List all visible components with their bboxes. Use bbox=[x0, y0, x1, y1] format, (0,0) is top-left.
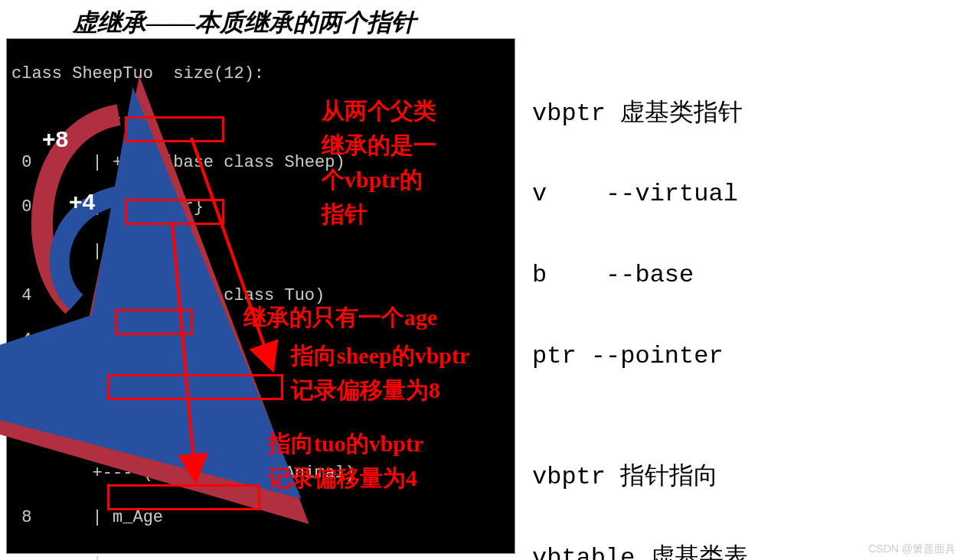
right-explanation: vbptr 虚基类指针 v --virtual b --base ptr --p… bbox=[532, 54, 748, 560]
anno-sheep-vbptr-2: 记录偏移量为8 bbox=[291, 375, 440, 405]
box-vbtable-sheep bbox=[107, 374, 283, 400]
page-title: 虚继承——本质继承的两个指针 bbox=[73, 6, 416, 40]
box-vbtable-tuo bbox=[107, 484, 260, 510]
term-line: class SheepTuo size(12): bbox=[11, 60, 510, 88]
box-vbptr-sheep bbox=[125, 116, 224, 142]
note-line: v --virtual bbox=[532, 174, 748, 215]
anno-tuo-vbptr-2: 记录偏移量为4 bbox=[268, 463, 417, 493]
box-m-age bbox=[115, 309, 193, 335]
box-vbptr-tuo bbox=[125, 199, 224, 225]
offset-plus8: +8 bbox=[42, 126, 68, 152]
watermark: CSDN @箫遥面具 bbox=[868, 542, 956, 556]
anno-two-parents-2: 继承的是一 bbox=[322, 130, 436, 160]
anno-two-parents-3: 个vbptr的 bbox=[322, 164, 423, 194]
anno-two-parents-4: 指针 bbox=[322, 199, 368, 229]
term-line: 8 | m_Age bbox=[11, 504, 510, 532]
note-line: ptr --pointer bbox=[532, 337, 748, 377]
terminal: class SheepTuo size(12): +--- 0 | +--- (… bbox=[6, 38, 515, 554]
anno-two-parents-1: 从两个父类 bbox=[322, 96, 436, 125]
offset-plus4: +4 bbox=[69, 189, 95, 215]
anno-one-age: 继承的只有一个age bbox=[243, 302, 437, 332]
note-line: b --base bbox=[532, 256, 748, 296]
anno-tuo-vbptr-1: 指向tuo的vbptr bbox=[268, 428, 423, 458]
term-line: +--- (virtual base Animal) bbox=[11, 460, 510, 487]
term-line: +--- bbox=[11, 415, 510, 443]
term-line: | +--- bbox=[11, 238, 510, 265]
note-line: vbptr 虚基类指针 bbox=[532, 94, 748, 135]
note-line: vbtable 虚基类表 bbox=[532, 539, 748, 560]
term-line: +--- bbox=[11, 549, 510, 560]
note-line: vbptr 指针指向 bbox=[532, 457, 748, 498]
anno-sheep-vbptr-1: 指向sheep的vbptr bbox=[291, 340, 469, 370]
